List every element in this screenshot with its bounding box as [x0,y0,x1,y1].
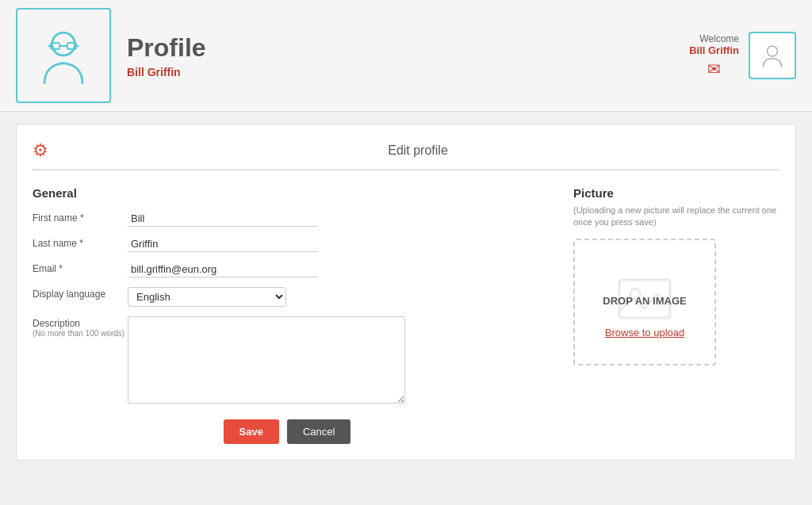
general-section: General First name * Last name * Email * [33,186,542,444]
lastname-row: Last name * [33,236,542,252]
edit-panel-title: Edit profile [56,143,779,158]
user-avatar-button[interactable] [749,32,796,79]
firstname-row: First name * [33,211,542,227]
language-row: Display language English French German S… [33,287,542,307]
profile-title-block: Profile Bill Griffin [127,33,206,78]
svg-point-6 [768,46,778,56]
cancel-button[interactable]: Cancel [287,419,350,444]
general-section-title: General [33,186,542,200]
language-select[interactable]: English French German Spanish [128,287,286,307]
welcome-block: Welcome Bill Griffin ✉ [689,33,739,78]
main-content: ⚙ Edit profile General First name * Last… [0,112,812,472]
drop-text: DROP AN IMAGE [603,295,686,307]
email-label: Email * [33,262,128,274]
description-textarea[interactable] [128,316,405,404]
header-left: Profile Bill Griffin [16,8,206,103]
picture-section: Picture (Uploading a new picture will re… [573,186,779,444]
edit-panel-header: ⚙ Edit profile [33,140,779,170]
save-button[interactable]: Save [224,419,279,444]
profile-username: Bill Griffin [127,66,206,78]
header-right: Welcome Bill Griffin ✉ [689,32,796,79]
email-input[interactable] [128,262,318,277]
drop-zone[interactable]: DROP AN IMAGE Browse to upload [573,239,716,365]
description-label: Description [33,318,128,329]
edit-panel: ⚙ Edit profile General First name * Last… [16,124,796,461]
welcome-label: Welcome [689,33,739,44]
svg-point-0 [52,33,75,55]
form-actions: Save Cancel [33,419,542,444]
firstname-label: First name * [33,211,128,224]
language-label: Display language [33,287,128,300]
gear-icon: ⚙ [33,140,48,161]
picture-section-title: Picture [573,186,779,200]
description-row: Description (No more than 100 words) [33,316,542,404]
browse-link[interactable]: Browse to upload [605,327,684,339]
email-row: Email * [33,262,542,277]
description-note: (No more than 100 words) [33,329,128,338]
mail-icon[interactable]: ✉ [689,59,739,78]
lastname-label: Last name * [33,236,128,249]
description-label-block: Description (No more than 100 words) [33,316,128,338]
lastname-input[interactable] [128,236,318,252]
firstname-input[interactable] [128,211,318,227]
panel-body: General First name * Last name * Email * [33,186,779,444]
profile-avatar [16,8,111,103]
page-title: Profile [127,33,206,63]
page-header: Profile Bill Griffin Welcome Bill Griffi… [0,0,812,112]
welcome-name: Bill Griffin [689,44,739,56]
picture-note: (Uploading a new picture will replace th… [573,205,779,229]
